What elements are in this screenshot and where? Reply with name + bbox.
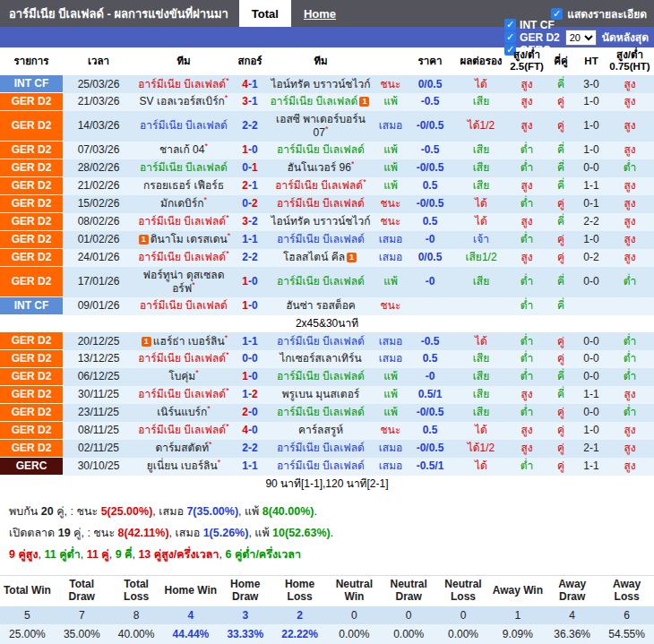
table-row: GER D221/02/26กรอยเธอร์ เฟือร์ธ2-1อาร์มี… bbox=[0, 177, 654, 195]
team1-name[interactable]: อาร์มีเนีย บีเลเฟลด์ bbox=[140, 161, 228, 174]
team2-cell: อาร์มีเนีย บีเลเฟลด์ bbox=[267, 404, 374, 422]
home-goals: 0 bbox=[242, 161, 248, 174]
team1-name[interactable]: อาร์มีเนีย บีเลเฟลด์ bbox=[138, 424, 226, 436]
league-cell: GER D2 bbox=[0, 267, 63, 297]
league-cell: GER D2 bbox=[0, 422, 63, 440]
team2-cell: อาร์มีเนีย บีเลเฟลด์ bbox=[267, 440, 374, 458]
stats-percentage-cell: 44.44% bbox=[163, 624, 218, 644]
show-detail-label: แสดงรายละเอียด bbox=[567, 5, 647, 22]
stats-values-row: 578432000146 bbox=[0, 606, 654, 624]
stats-percentage-cell: 35.00% bbox=[55, 624, 109, 644]
summary-segment: พบกัน bbox=[9, 505, 41, 518]
team2-name[interactable]: ไกเซอร์สเลาเทิร์น bbox=[280, 352, 361, 365]
team2-name[interactable]: คาร์ลสรูห์ bbox=[298, 424, 343, 436]
away-goals: 0 bbox=[252, 299, 258, 312]
summary-segment: 1(5.26%) bbox=[203, 527, 249, 539]
team2-name[interactable]: อาร์มีเนีย บีเลเฟลด์ bbox=[277, 197, 365, 210]
date-cell: 21/03/26 bbox=[63, 93, 134, 111]
team2-name[interactable]: อาร์มีเนีย บีเลเฟลด์ bbox=[275, 179, 363, 192]
result-cell: แพ้ bbox=[374, 404, 407, 422]
team2-name[interactable]: อาร์มีเนีย บีเลเฟลด์ bbox=[277, 459, 365, 472]
result-cell: แพ้ bbox=[374, 159, 407, 177]
tab-home[interactable]: Home bbox=[291, 0, 349, 27]
league-filter-checkbox[interactable]: ✓ bbox=[504, 31, 516, 43]
home-team-star: * bbox=[226, 213, 229, 222]
team2-name[interactable]: พรูเบน มุนสเตอร์ bbox=[282, 388, 360, 400]
home-goals: 3 bbox=[242, 95, 248, 107]
date-cell: 13/12/25 bbox=[63, 350, 134, 368]
home-team-star: * bbox=[225, 93, 228, 102]
team1-name[interactable]: SV เอลเวอร์สเบิร์ก bbox=[140, 95, 225, 107]
tab-total[interactable]: Total bbox=[239, 0, 291, 27]
odd-even-cell: คู่ bbox=[545, 404, 577, 422]
team1-name[interactable]: อาร์มีเนีย บีเลเฟลด์ bbox=[138, 388, 226, 400]
stats-value-cell: 5 bbox=[0, 606, 55, 624]
league-cell: GER D2 bbox=[0, 177, 63, 195]
team2-name[interactable]: อาร์มีเนีย บีเลเฟลด์ bbox=[271, 95, 358, 107]
odds-cell: -0 bbox=[407, 267, 453, 297]
team1-cell: ดาร์มสตัดท์* bbox=[134, 440, 233, 458]
team1-name[interactable]: ดาร์มสตัดท์ bbox=[155, 442, 209, 454]
team2-name[interactable]: เอสซี พาเดอร์บอร์น 07 bbox=[276, 113, 366, 139]
team1-name[interactable]: อาร์มีเนีย บีเลเฟลด์ bbox=[138, 215, 226, 228]
over-under-075-ht-cell bbox=[606, 297, 654, 315]
over-under-075-ht-cell: สูง bbox=[606, 177, 654, 195]
team2-cell: เอสซี พาเดอร์บอร์น 07* bbox=[267, 111, 374, 142]
team2-name[interactable]: ไอน์ทรัค บราวน์ชไวก์ bbox=[271, 78, 370, 90]
score-cell: 1-1 bbox=[233, 458, 267, 476]
team2-cell: อาร์มีเนีย บีเลเฟลด์ bbox=[267, 368, 374, 386]
stats-percentage-cell: 0.00% bbox=[327, 624, 382, 644]
stats-column-header: Total Loss bbox=[109, 576, 164, 606]
over-under-25-cell: สูง bbox=[509, 111, 545, 142]
team2-name[interactable]: อาร์มีเนีย บีเลเฟลด์ bbox=[277, 233, 365, 245]
result-cell: ชนะ bbox=[374, 75, 407, 93]
team1-name[interactable]: แฮร์ธ่า เบอร์ลิน bbox=[153, 335, 225, 348]
summary-segment: , เสมอ bbox=[152, 505, 186, 518]
team1-name[interactable]: เนิร์นแบร์ก bbox=[157, 406, 207, 418]
team2-name[interactable]: อาร์มีเนีย บีเลเฟลด์ bbox=[277, 275, 365, 288]
date-cell: 06/12/25 bbox=[63, 368, 134, 386]
team2-name[interactable]: ฮันโนเวอร์ 96 bbox=[288, 161, 351, 174]
handicap-result-cell: เสีย bbox=[453, 93, 509, 111]
team2-name[interactable]: โฮลสไตน์ คีล bbox=[283, 251, 345, 263]
team1-name[interactable]: โบคุ่ม bbox=[168, 370, 195, 382]
team1-name[interactable]: ดินาโม เดรสเดน bbox=[151, 233, 228, 245]
team2-name[interactable]: ไอน์ทรัค บราวน์ชไวก์ bbox=[271, 215, 370, 228]
odds-cell: 0/0.5 bbox=[407, 249, 453, 267]
team2-name[interactable]: อาร์มีเนีย บีเลเฟลด์ bbox=[277, 370, 365, 382]
team1-name[interactable]: อาร์มีเนีย บีเลเฟลด์ bbox=[138, 251, 226, 263]
team1-name[interactable]: อาร์มีเนีย บีเลเฟลด์ bbox=[140, 299, 228, 312]
home-goals: 2 bbox=[242, 119, 248, 132]
matches-count-select[interactable]: 20 bbox=[565, 30, 597, 46]
team1-name[interactable]: กรอยเธอร์ เฟือร์ธ bbox=[143, 179, 224, 192]
team1-name[interactable]: ยูเนี่ยน เบอร์ลิน bbox=[147, 459, 218, 472]
odd-even-cell: คี่ bbox=[545, 159, 577, 177]
team2-name[interactable]: อาร์มีเนีย บีเลเฟลด์ bbox=[277, 406, 365, 418]
team1-name[interactable]: อาร์มีเนีย บีเลเฟลด์ bbox=[138, 78, 226, 90]
team2-name[interactable]: อาร์มีเนีย บีเลเฟลด์ bbox=[277, 143, 365, 156]
score-cell: 1-0 bbox=[233, 368, 267, 386]
league-filter-checkbox[interactable]: ✓ bbox=[504, 19, 516, 30]
odd-even-cell: คี่ bbox=[545, 297, 577, 315]
home-team-star: * bbox=[226, 76, 229, 85]
team1-cell: ยูเนี่ยน เบอร์ลิน* bbox=[134, 458, 233, 476]
team2-name[interactable]: ฮันซ่า รอสต็อค bbox=[286, 299, 356, 312]
team1-name[interactable]: มักเดบิร์ก bbox=[160, 197, 203, 210]
team2-name[interactable]: อาร์มีเนีย บีเลเฟลด์ bbox=[277, 442, 365, 454]
team1-name[interactable]: ฟอร์ทูน่า ดุสเซลดอร์ฟ bbox=[143, 269, 225, 295]
odds-cell: -0/0.5 bbox=[407, 440, 453, 458]
column-header: สูง/ต่ำ 2.5(FT) bbox=[509, 47, 545, 75]
result-cell: ชนะ bbox=[374, 195, 407, 213]
team2-name[interactable]: อาร์มีเนีย บีเลเฟลด์ bbox=[277, 335, 365, 348]
handicap-result-cell: ได้1/2 bbox=[453, 111, 509, 142]
team1-name[interactable]: ชาลเก้ 04 bbox=[159, 143, 204, 156]
team1-name[interactable]: อาร์มีเนีย บีเลเฟลด์ bbox=[138, 352, 226, 365]
team2-cell: ฮันซ่า รอสต็อค bbox=[267, 297, 374, 315]
score-cell: 2-0 bbox=[233, 404, 267, 422]
date-cell: 30/11/25 bbox=[63, 386, 134, 404]
table-row: INT CF25/03/26อาร์มีเนีย บีเลเฟลด์*4-1ไอ… bbox=[0, 75, 654, 93]
home-team-star: * bbox=[228, 231, 231, 240]
over-under-075-ht-cell: สูง bbox=[606, 213, 654, 231]
team1-name[interactable]: อาร์มีเนีย บีเลเฟลด์ bbox=[140, 119, 228, 132]
team2-cell: อาร์มีเนีย บีเลเฟลด์ bbox=[267, 195, 374, 213]
